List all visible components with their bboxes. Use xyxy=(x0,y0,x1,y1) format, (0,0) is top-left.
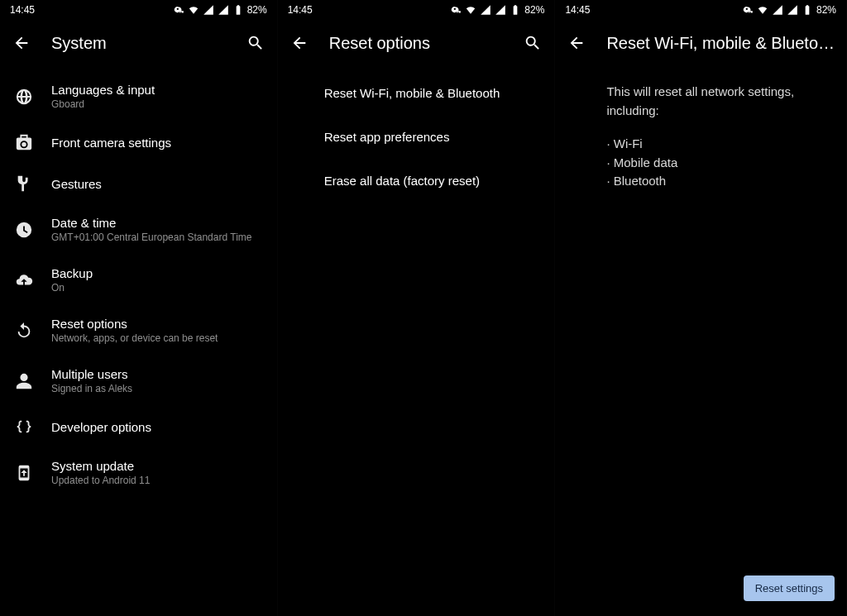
item-title: Reset app preferences xyxy=(324,130,450,144)
battery-icon xyxy=(802,4,813,16)
reset-description: This will reset all network settings, in… xyxy=(555,66,846,208)
back-button[interactable] xyxy=(290,33,309,53)
status-bar: 14:45 82% xyxy=(0,0,277,20)
battery-icon xyxy=(510,4,521,16)
search-button[interactable] xyxy=(523,33,543,53)
reset-option-item[interactable]: Reset app preferences xyxy=(278,115,555,159)
status-time: 14:45 xyxy=(565,4,590,16)
search-icon xyxy=(524,34,542,52)
phone-screen-system: 14:45 82% System Languages & inputGboard… xyxy=(0,0,278,616)
vpn-key-icon xyxy=(450,4,462,16)
item-title: System update xyxy=(51,459,262,473)
phone-screen-reset-network: 14:45 82% Reset Wi-Fi, mobile & Blueto… … xyxy=(555,0,847,616)
item-title: Erase all data (factory reset) xyxy=(324,174,480,188)
phone-screen-reset-options: 14:45 82% Reset options Reset Wi-Fi, mob… xyxy=(278,0,556,616)
item-title: Reset options xyxy=(51,317,262,331)
item-title: Front camera settings xyxy=(51,136,262,150)
braces-icon xyxy=(15,418,51,436)
settings-item[interactable]: ‍Date & timeGMT+01:00 Central European S… xyxy=(0,204,277,255)
item-title: Gestures xyxy=(51,177,262,191)
battery-percent: 82% xyxy=(247,4,267,16)
item-subtitle: Signed in as Aleks xyxy=(51,383,262,394)
signal-1-icon xyxy=(480,4,491,16)
page-title: Reset options xyxy=(329,34,517,53)
app-bar: Reset Wi-Fi, mobile & Blueto… xyxy=(555,20,846,66)
battery-icon xyxy=(232,4,244,16)
signal-2-icon xyxy=(218,4,229,16)
item-title: Multiple users xyxy=(51,367,262,381)
app-bar: Reset options xyxy=(278,20,555,66)
backup-icon xyxy=(15,271,51,289)
item-title: Languages & input xyxy=(51,83,262,97)
clock-icon: ‍ xyxy=(15,221,51,239)
status-icons: 82% xyxy=(173,4,267,16)
signal-1-icon xyxy=(203,4,214,16)
gesture-icon xyxy=(15,174,51,193)
vpn-key-icon xyxy=(173,4,184,16)
update-icon xyxy=(15,464,51,482)
settings-item[interactable]: BackupOn xyxy=(0,255,277,305)
wifi-icon xyxy=(757,4,768,16)
battery-percent: 82% xyxy=(524,4,544,16)
globe-icon xyxy=(15,88,51,106)
item-subtitle: Network, apps, or device can be reset xyxy=(51,332,262,344)
reset-bullet-list: Wi-FiMobile dataBluetooth xyxy=(606,135,831,191)
search-button[interactable] xyxy=(246,33,266,53)
item-subtitle: On xyxy=(51,282,262,294)
status-bar: 14:45 82% xyxy=(278,0,555,20)
signal-2-icon xyxy=(495,4,506,16)
settings-list: Languages & inputGboardFront camera sett… xyxy=(0,66,277,616)
reset-settings-button[interactable]: Reset settings xyxy=(744,575,835,601)
signal-2-icon xyxy=(787,4,798,16)
reset-bullet: Wi-Fi xyxy=(606,135,831,154)
camera-icon xyxy=(15,133,51,151)
arrow-back-icon xyxy=(567,34,586,52)
status-icons: 82% xyxy=(450,4,544,16)
item-subtitle: Gboard xyxy=(51,98,262,110)
status-icons: 82% xyxy=(742,4,836,16)
status-bar: 14:45 82% xyxy=(555,0,846,20)
signal-1-icon xyxy=(772,4,783,16)
arrow-back-icon xyxy=(290,34,309,52)
reset-options-list: Reset Wi-Fi, mobile & BluetoothReset app… xyxy=(278,66,555,616)
app-bar: System xyxy=(0,20,277,66)
reset-intro: This will reset all network settings, in… xyxy=(606,83,831,120)
back-button[interactable] xyxy=(567,33,586,53)
settings-item[interactable]: Front camera settings xyxy=(0,122,277,163)
reset-bullet: Bluetooth xyxy=(606,172,831,191)
wifi-icon xyxy=(188,4,199,16)
back-button[interactable] xyxy=(12,33,31,53)
status-time: 14:45 xyxy=(10,4,35,16)
page-title: System xyxy=(51,34,239,53)
item-subtitle: GMT+01:00 Central European Standard Time xyxy=(51,232,262,243)
item-title: Date & time xyxy=(51,216,262,230)
reset-option-item[interactable]: Reset Wi-Fi, mobile & Bluetooth xyxy=(278,71,555,115)
settings-item[interactable]: Languages & inputGboard xyxy=(0,71,277,122)
wifi-icon xyxy=(465,4,476,16)
user-icon xyxy=(15,372,51,390)
reset-bullet: Mobile data xyxy=(606,154,831,173)
vpn-key-icon xyxy=(742,4,754,16)
settings-item[interactable]: Gestures xyxy=(0,163,277,204)
page-title: Reset Wi-Fi, mobile & Blueto… xyxy=(606,34,835,53)
arrow-back-icon xyxy=(12,34,31,52)
settings-item[interactable]: Multiple usersSigned in as Aleks xyxy=(0,356,277,406)
reset-icon xyxy=(15,322,51,340)
reset-option-item[interactable]: Erase all data (factory reset) xyxy=(278,159,555,203)
item-title: Backup xyxy=(51,266,262,280)
settings-item[interactable]: Reset optionsNetwork, apps, or device ca… xyxy=(0,305,277,356)
battery-percent: 82% xyxy=(816,4,836,16)
item-title: Reset Wi-Fi, mobile & Bluetooth xyxy=(324,86,500,100)
item-subtitle: Updated to Android 11 xyxy=(51,475,262,486)
settings-item[interactable]: Developer options xyxy=(0,406,277,447)
status-time: 14:45 xyxy=(288,4,313,16)
settings-item[interactable]: System updateUpdated to Android 11 xyxy=(0,447,277,498)
item-title: Developer options xyxy=(51,420,262,434)
search-icon xyxy=(246,34,265,52)
